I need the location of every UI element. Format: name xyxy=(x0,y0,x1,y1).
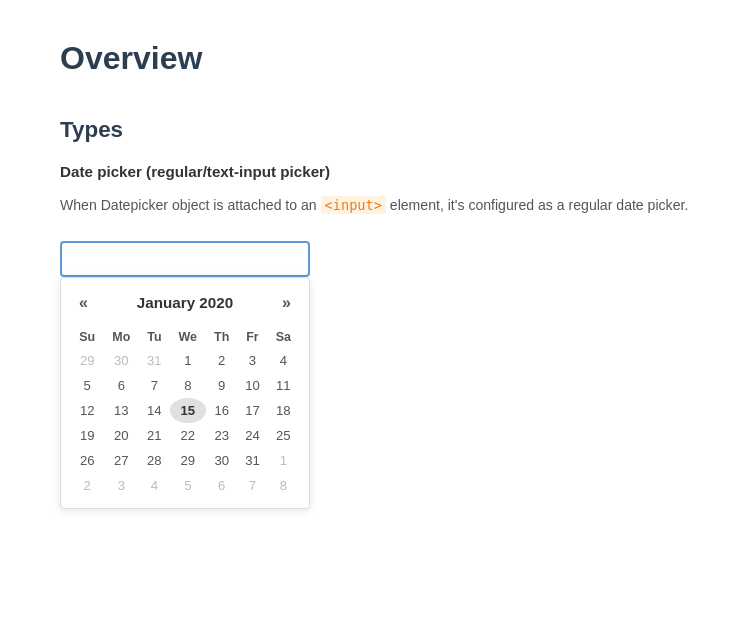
calendar-day[interactable]: 20 xyxy=(103,423,139,448)
calendar-day[interactable]: 29 xyxy=(71,348,103,373)
calendar-weekday: Mo xyxy=(103,326,139,348)
calendar-day[interactable]: 8 xyxy=(170,373,207,398)
calendar-week-row: 2627282930311 xyxy=(71,448,299,473)
calendar-day[interactable]: 15 xyxy=(170,398,207,423)
datepicker-input[interactable] xyxy=(60,241,310,277)
section-types-title: Types xyxy=(60,117,693,143)
calendar-prev-button[interactable]: « xyxy=(73,292,94,314)
calendar-weekdays-row: SuMoTuWeThFrSa xyxy=(71,326,299,348)
calendar-day[interactable]: 16 xyxy=(206,398,237,423)
calendar-day[interactable]: 27 xyxy=(103,448,139,473)
calendar-day[interactable]: 1 xyxy=(170,348,207,373)
datepicker-wrapper: « January 2020 » SuMoTuWeThFrSa 29303112… xyxy=(60,241,310,509)
calendar-day[interactable]: 31 xyxy=(139,348,169,373)
calendar-day[interactable]: 21 xyxy=(139,423,169,448)
calendar-day[interactable]: 5 xyxy=(71,373,103,398)
calendar-day[interactable]: 7 xyxy=(237,473,267,498)
calendar-day[interactable]: 6 xyxy=(103,373,139,398)
calendar-day[interactable]: 10 xyxy=(237,373,267,398)
calendar-header: « January 2020 » xyxy=(71,288,299,318)
calendar-day[interactable]: 24 xyxy=(237,423,267,448)
calendar-weekday: We xyxy=(170,326,207,348)
calendar-day[interactable]: 29 xyxy=(170,448,207,473)
calendar-day[interactable]: 17 xyxy=(237,398,267,423)
calendar-week-row: 19202122232425 xyxy=(71,423,299,448)
calendar-day[interactable]: 4 xyxy=(268,348,299,373)
calendar-grid: SuMoTuWeThFrSa 2930311234567891011121314… xyxy=(71,326,299,498)
calendar-day[interactable]: 26 xyxy=(71,448,103,473)
calendar-day[interactable]: 7 xyxy=(139,373,169,398)
calendar-day[interactable]: 23 xyxy=(206,423,237,448)
calendar-day[interactable]: 4 xyxy=(139,473,169,498)
calendar-day[interactable]: 13 xyxy=(103,398,139,423)
calendar-weekday: Sa xyxy=(268,326,299,348)
calendar-day[interactable]: 6 xyxy=(206,473,237,498)
description-before: When Datepicker object is attached to an xyxy=(60,197,321,213)
calendar-day[interactable]: 8 xyxy=(268,473,299,498)
calendar-day[interactable]: 2 xyxy=(206,348,237,373)
calendar-weekday: Tu xyxy=(139,326,169,348)
subsection-datepicker-title: Date picker (regular/text-input picker) xyxy=(60,163,693,180)
calendar-week-row: 12131415161718 xyxy=(71,398,299,423)
calendar-day[interactable]: 31 xyxy=(237,448,267,473)
calendar-day[interactable]: 5 xyxy=(170,473,207,498)
calendar-next-button[interactable]: » xyxy=(276,292,297,314)
calendar-day[interactable]: 3 xyxy=(103,473,139,498)
calendar-month-year: January 2020 xyxy=(137,294,233,311)
calendar-week-row: 567891011 xyxy=(71,373,299,398)
calendar-day[interactable]: 9 xyxy=(206,373,237,398)
page-title: Overview xyxy=(60,40,693,77)
calendar-weekday: Fr xyxy=(237,326,267,348)
calendar-weekday: Su xyxy=(71,326,103,348)
calendar-day[interactable]: 11 xyxy=(268,373,299,398)
calendar: « January 2020 » SuMoTuWeThFrSa 29303112… xyxy=(60,277,310,509)
calendar-day[interactable]: 1 xyxy=(268,448,299,473)
calendar-day[interactable]: 18 xyxy=(268,398,299,423)
description-text: When Datepicker object is attached to an… xyxy=(60,194,693,217)
calendar-day[interactable]: 25 xyxy=(268,423,299,448)
calendar-day[interactable]: 3 xyxy=(237,348,267,373)
calendar-week-row: 2345678 xyxy=(71,473,299,498)
calendar-day[interactable]: 2 xyxy=(71,473,103,498)
calendar-day[interactable]: 14 xyxy=(139,398,169,423)
calendar-day[interactable]: 22 xyxy=(170,423,207,448)
calendar-day[interactable]: 28 xyxy=(139,448,169,473)
calendar-day[interactable]: 30 xyxy=(103,348,139,373)
calendar-day[interactable]: 19 xyxy=(71,423,103,448)
calendar-week-row: 2930311234 xyxy=(71,348,299,373)
description-after: element, it's configured as a regular da… xyxy=(386,197,688,213)
code-input-tag: <input> xyxy=(321,196,386,214)
calendar-day[interactable]: 30 xyxy=(206,448,237,473)
calendar-day[interactable]: 12 xyxy=(71,398,103,423)
calendar-weekday: Th xyxy=(206,326,237,348)
